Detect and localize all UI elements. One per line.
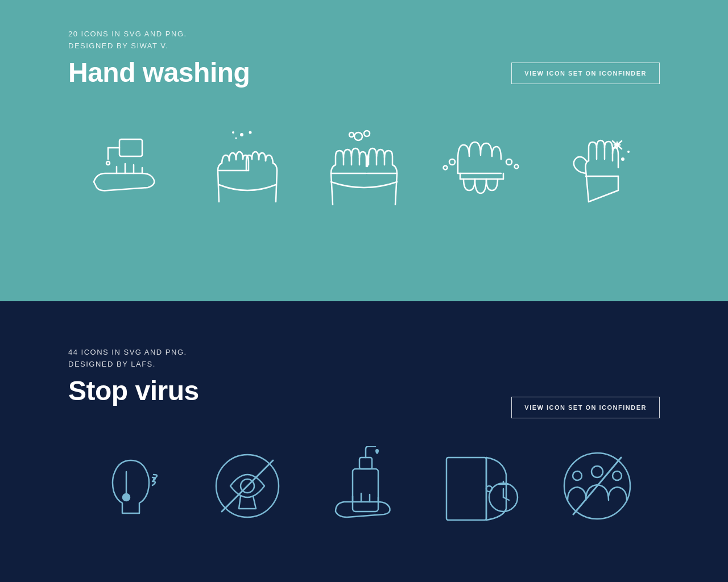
svg-point-46 [573, 471, 582, 480]
icon-clean-hand [546, 122, 648, 213]
icon-hand-sanitizer [313, 440, 415, 531]
svg-point-15 [449, 159, 455, 165]
svg-point-14 [349, 132, 354, 137]
svg-point-9 [249, 131, 252, 134]
svg-point-11 [235, 137, 237, 139]
svg-point-26 [123, 494, 130, 501]
hand-washing-icons-row [68, 122, 660, 213]
svg-point-18 [515, 164, 519, 168]
svg-point-13 [364, 131, 370, 136]
hand-washing-view-btn[interactable]: VIEW ICON SET ON ICONFINDER [511, 63, 660, 84]
svg-rect-30 [353, 469, 378, 512]
icon-hands-water [196, 122, 299, 213]
svg-point-45 [592, 466, 603, 477]
icon-hands-soap [313, 122, 415, 213]
icon-no-touch-eyes [196, 440, 299, 531]
svg-point-12 [354, 132, 362, 140]
stop-virus-icons-row [68, 440, 660, 531]
icon-soap-dispenser [80, 122, 182, 213]
stop-virus-meta: 44 ICONS IN SVG AND PNG. DESIGNED BY LAF… [68, 347, 660, 371]
hand-washing-section: 20 ICONS IN SVG AND PNG. DESIGNED BY SIW… [0, 0, 728, 301]
hand-washing-meta: 20 ICONS IN SVG AND PNG. DESIGNED BY SIW… [68, 28, 660, 52]
svg-line-29 [222, 460, 273, 512]
svg-point-24 [627, 151, 630, 153]
svg-rect-0 [119, 139, 142, 156]
svg-rect-37 [446, 458, 486, 520]
svg-point-47 [613, 471, 622, 480]
svg-point-23 [621, 157, 624, 161]
icon-fever [80, 440, 182, 531]
icon-no-gathering [546, 440, 648, 531]
stop-virus-section: 44 ICONS IN SVG AND PNG. DESIGNED BY LAF… [0, 301, 728, 582]
svg-point-10 [232, 131, 234, 134]
svg-point-8 [240, 133, 243, 136]
icon-hands-rubbing [429, 122, 532, 213]
svg-point-17 [506, 159, 512, 165]
svg-point-16 [444, 165, 448, 169]
svg-rect-31 [359, 458, 372, 469]
icon-door-timer [429, 440, 532, 531]
stop-virus-view-btn[interactable]: VIEW ICON SET ON ICONFINDER [511, 397, 660, 418]
svg-point-3 [106, 161, 110, 165]
